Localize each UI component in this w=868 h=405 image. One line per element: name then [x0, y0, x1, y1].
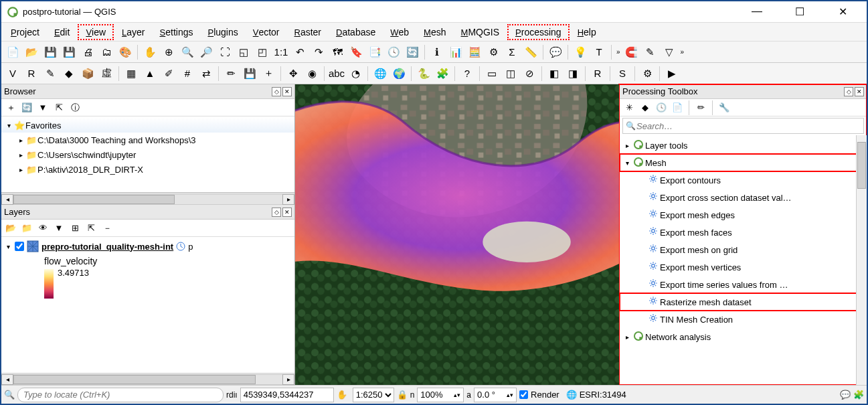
add-raster-icon[interactable]: R [23, 65, 40, 82]
vertex-tool-icon[interactable]: ▽ [661, 44, 678, 61]
new-doc-icon[interactable]: 📄 [4, 44, 21, 61]
toolbox-undock-button[interactable]: ◇ [844, 87, 853, 96]
render-checkbox[interactable] [519, 390, 528, 399]
expander-icon[interactable]: ▸ [16, 137, 25, 144]
menu-view[interactable]: View [78, 24, 114, 40]
refresh-icon[interactable]: 🔄 [20, 101, 33, 114]
bookmark-icon[interactable]: 🔖 [347, 44, 365, 61]
refresh-icon[interactable]: 🔄 [404, 44, 421, 61]
add-layer-icon[interactable]: ＋ [4, 101, 17, 114]
algorithm-item[interactable]: Export contours [620, 171, 867, 189]
expander-icon[interactable]: ▾ [4, 122, 13, 129]
filter-icon[interactable]: ▼ [36, 101, 50, 114]
expander-icon[interactable]: ▸ [16, 151, 25, 159]
open-icon[interactable]: 📂 [4, 222, 17, 235]
algorithm-item[interactable]: Export cross section dataset val… [620, 189, 867, 206]
expander-icon[interactable]: ▸ [16, 166, 25, 173]
help-icon[interactable]: ? [458, 65, 476, 82]
pan-selection-icon[interactable]: ⊕ [160, 44, 177, 61]
stats-icon[interactable]: Σ [503, 44, 521, 61]
menu-database[interactable]: Database [329, 25, 382, 39]
save-edits-icon[interactable]: 💾 [241, 65, 258, 82]
diagram-icon[interactable]: ◔ [347, 65, 364, 82]
toolbar-overflow[interactable]: » [679, 48, 686, 56]
snapping-icon[interactable]: 🧲 [623, 44, 640, 61]
algorithm-item[interactable]: Rasterize mesh dataset [620, 293, 867, 311]
menu-processing[interactable]: Processing [507, 24, 570, 40]
new-map-icon[interactable]: 🗺 [329, 44, 346, 61]
browser-tree[interactable]: ▾⭐Favorites▸📁C:\Data\3000 Teaching and W… [1, 116, 294, 193]
layers-undock-button[interactable]: ◇ [272, 208, 281, 217]
print-layout-icon[interactable]: 🖨 [79, 44, 96, 61]
processing-gear-icon[interactable]: ⚙ [485, 44, 502, 61]
mesh-calc-icon[interactable]: ▦ [122, 65, 140, 82]
new-geopackage-icon[interactable]: 📦 [79, 65, 96, 82]
add-group-icon[interactable]: 📁 [20, 222, 33, 235]
results-icon[interactable]: 📄 [671, 101, 684, 114]
zoom-selection-icon[interactable]: ◱ [235, 44, 252, 61]
zoom-native-icon[interactable]: 1:1 [272, 44, 290, 61]
hscroll-thumb[interactable] [13, 195, 175, 204]
algorithm-item[interactable]: TIN Mesh Creation [620, 311, 867, 328]
crs-label[interactable]: ESRI:31494 [580, 390, 626, 400]
layout-manager-icon[interactable]: 🗂 [98, 44, 115, 61]
saga-icon[interactable]: S [614, 65, 631, 82]
collapse-icon[interactable]: ⇱ [84, 222, 98, 235]
hscroll-thumb[interactable] [13, 375, 256, 384]
toolbox-search[interactable]: 🔍 [622, 118, 864, 134]
menu-layer[interactable]: Layer [115, 25, 151, 39]
map-tips-icon[interactable]: 💡 [572, 44, 589, 61]
zoom-out-icon[interactable]: 🔎 [197, 44, 215, 61]
lock-icon[interactable]: 🔒 [397, 390, 408, 400]
layers-hscroll[interactable]: ◂ ▸ [1, 373, 294, 385]
scroll-right-button[interactable]: ▸ [282, 194, 294, 205]
close-button[interactable]: ✕ [829, 5, 856, 18]
crs-icon[interactable]: 🌐 [566, 390, 577, 400]
pan-icon[interactable]: ✋ [141, 44, 159, 61]
wms-icon[interactable]: 🌐 [371, 65, 389, 82]
category-item[interactable]: ▾Mesh [620, 154, 867, 171]
menu-web[interactable]: Web [383, 25, 416, 39]
digitize-icon[interactable]: ✐ [160, 65, 177, 82]
locator-input[interactable] [17, 388, 224, 402]
label-icon[interactable]: abc [328, 65, 345, 82]
zoom-last-icon[interactable]: ↶ [291, 44, 309, 61]
rotation-spinbox[interactable]: 0.0 °▴▾ [474, 388, 517, 402]
menu-plugins[interactable]: Plugins [201, 25, 244, 39]
topo-editing-icon[interactable]: ✎ [642, 44, 659, 61]
temporal-icon[interactable]: 🕓 [385, 44, 402, 61]
style-manager-icon[interactable]: 🎨 [116, 44, 134, 61]
add-vector-icon[interactable]: V [4, 65, 21, 82]
grass-region-icon[interactable]: ◧ [545, 65, 563, 82]
scroll-left-button[interactable]: ◂ [1, 194, 13, 205]
edit-mesh-icon[interactable]: ▲ [141, 65, 159, 82]
layer-item[interactable]: ▾ prepro-tutorial_quality-mesh-int p [4, 238, 292, 254]
grass-tools-icon[interactable]: ◨ [564, 65, 582, 82]
menu-raster[interactable]: Raster [288, 25, 329, 39]
edit-icon[interactable]: ✏ [694, 101, 707, 114]
toolbox-vscroll[interactable] [856, 135, 867, 385]
node-tool-icon[interactable]: ◉ [303, 65, 321, 82]
layer-visibility-checkbox[interactable] [15, 242, 24, 251]
scroll-left-button[interactable]: ◂ [1, 374, 13, 385]
transform-icon[interactable]: ⇄ [197, 65, 215, 82]
menu-help[interactable]: Help [571, 25, 603, 39]
new-shapefile-icon[interactable]: ✎ [41, 65, 59, 82]
r-icon[interactable]: R [589, 65, 606, 82]
toolbar-overflow[interactable]: » [615, 48, 622, 56]
history-icon[interactable]: 🕓 [655, 101, 668, 114]
model-icon[interactable]: ◆ [638, 101, 652, 114]
options-icon[interactable]: 🔧 [717, 101, 731, 114]
menu-settings[interactable]: Settings [153, 25, 200, 39]
algorithm-item[interactable]: Export mesh faces [620, 224, 867, 241]
layers-tree[interactable]: ▾ prepro-tutorial_quality-mesh-int p flo… [1, 237, 294, 373]
text-annotation-icon[interactable]: T [590, 44, 608, 61]
select-icon[interactable]: ▭ [483, 65, 501, 82]
toolbox-tree[interactable]: ▸Layer tools▾MeshExport contoursExport c… [620, 135, 867, 385]
zoom-full-icon[interactable]: ⛶ [216, 44, 234, 61]
layers-close-button[interactable]: ✕ [282, 208, 292, 217]
menu-mmqgis[interactable]: MMQGIS [454, 25, 507, 39]
add-feature-icon[interactable]: ＋ [260, 65, 277, 82]
algorithm-item[interactable]: Export mesh vertices [620, 258, 867, 276]
new-spatialite-icon[interactable]: ◆ [60, 65, 78, 82]
